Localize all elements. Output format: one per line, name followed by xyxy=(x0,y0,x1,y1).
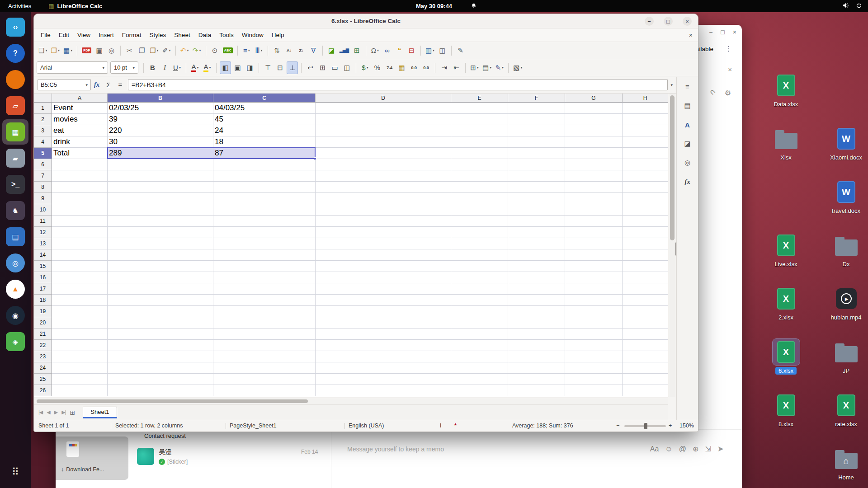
cell-G2[interactable] xyxy=(565,114,623,125)
cell-F2[interactable] xyxy=(508,114,565,125)
cell-F6[interactable] xyxy=(508,159,565,170)
cell-H7[interactable] xyxy=(623,170,668,182)
cell-A8[interactable] xyxy=(52,182,108,193)
cell-A21[interactable] xyxy=(52,328,108,340)
cell-D12[interactable] xyxy=(316,227,451,238)
cell-F16[interactable] xyxy=(508,272,565,283)
cell-E1[interactable] xyxy=(451,103,508,114)
sum-button[interactable]: Σ xyxy=(103,81,114,89)
cell-B21[interactable] xyxy=(108,328,213,340)
cell-H15[interactable] xyxy=(623,261,668,272)
row-header-10[interactable]: 10 xyxy=(34,204,52,216)
cell-E18[interactable] xyxy=(451,295,508,306)
row-header-6[interactable]: 6 xyxy=(34,159,52,170)
cell-F14[interactable] xyxy=(508,249,565,261)
desktop-icon-home[interactable]: ⌂Home xyxy=(816,446,868,483)
headers-footers-button[interactable]: ⊟ xyxy=(406,44,417,57)
cell-E17[interactable] xyxy=(451,283,508,295)
cell-H1[interactable] xyxy=(623,103,668,114)
cell-B10[interactable] xyxy=(108,204,213,216)
borders-button[interactable]: ⊞▾ xyxy=(469,61,480,74)
cell-A18[interactable] xyxy=(52,295,108,306)
row-header-26[interactable]: 26 xyxy=(34,385,52,396)
cell-E13[interactable] xyxy=(451,238,508,249)
cell-H19[interactable] xyxy=(623,306,668,317)
row-header-23[interactable]: 23 xyxy=(34,351,52,362)
cell-B22[interactable] xyxy=(108,340,213,351)
dock-item-terminal[interactable]: >_ xyxy=(2,172,28,197)
cell-F20[interactable] xyxy=(508,317,565,328)
show-draw-functions-button[interactable]: ✎ xyxy=(455,44,466,57)
cell-B11[interactable] xyxy=(108,216,213,227)
cell-E11[interactable] xyxy=(451,216,508,227)
cell-C12[interactable] xyxy=(213,227,316,238)
power-icon[interactable] xyxy=(856,3,862,9)
first-sheet-button[interactable]: |◀ xyxy=(38,409,42,415)
font-size-combo[interactable]: 10 pt▾ xyxy=(110,61,138,74)
dock-item-impress[interactable]: ▱ xyxy=(2,93,28,118)
name-box[interactable]: B5:C5▾ xyxy=(38,79,91,90)
cell-B19[interactable] xyxy=(108,306,213,317)
cell-G21[interactable] xyxy=(565,328,623,340)
sidebar-settings-icon[interactable]: ≡ xyxy=(680,80,695,93)
row-header-3[interactable]: 3 xyxy=(34,125,52,136)
cell-A9[interactable] xyxy=(52,193,108,204)
insert-row-button[interactable]: ≡▾ xyxy=(241,44,252,57)
select-all-corner[interactable] xyxy=(34,94,52,103)
cell-H16[interactable] xyxy=(623,272,668,283)
cell-H18[interactable] xyxy=(623,295,668,306)
cell-C15[interactable] xyxy=(213,261,316,272)
unmerge-cells-button[interactable]: ◫ xyxy=(341,61,353,74)
cell-H25[interactable] xyxy=(623,374,668,385)
cell-G6[interactable] xyxy=(565,159,623,170)
cell-E19[interactable] xyxy=(451,306,508,317)
cell-C4[interactable]: 18 xyxy=(213,136,316,148)
cell-G25[interactable] xyxy=(565,374,623,385)
cell-G20[interactable] xyxy=(565,317,623,328)
row-header-13[interactable]: 13 xyxy=(34,238,52,249)
cell-H21[interactable] xyxy=(623,328,668,340)
cell-B2[interactable]: 39 xyxy=(108,114,213,125)
chat-list-item[interactable]: 吴漫 ✓ [Sticker] Feb 14 xyxy=(56,443,331,476)
cell-E15[interactable] xyxy=(451,261,508,272)
cell-H13[interactable] xyxy=(623,238,668,249)
cell-D15[interactable] xyxy=(316,261,451,272)
cell-B14[interactable] xyxy=(108,249,213,261)
special-character-button[interactable]: Ω▾ xyxy=(369,44,381,57)
dock-item-help[interactable]: ? xyxy=(2,41,28,66)
row-header-15[interactable]: 15 xyxy=(34,261,52,272)
cell-D9[interactable] xyxy=(316,193,451,204)
cell-G12[interactable] xyxy=(565,227,623,238)
delete-decimal-button[interactable]: 0.0 xyxy=(420,61,432,74)
chat-settings-icon[interactable]: ⚙ xyxy=(725,89,731,97)
insert-image-button[interactable]: ◪ xyxy=(326,44,337,57)
sort-descending-button[interactable]: Z↓ xyxy=(296,44,307,57)
cell-B24[interactable] xyxy=(108,362,213,374)
cell-C13[interactable] xyxy=(213,238,316,249)
cell-D7[interactable] xyxy=(316,170,451,182)
cell-E23[interactable] xyxy=(451,351,508,362)
cell-D22[interactable] xyxy=(316,340,451,351)
column-header-H[interactable]: H xyxy=(623,94,668,103)
cell-F11[interactable] xyxy=(508,216,565,227)
cell-D24[interactable] xyxy=(316,362,451,374)
mention-button[interactable]: @ xyxy=(679,445,686,453)
italic-button[interactable]: I xyxy=(159,61,170,74)
cell-H17[interactable] xyxy=(623,283,668,295)
cell-F8[interactable] xyxy=(508,182,565,193)
row-header-1[interactable]: 1 xyxy=(34,103,52,114)
zoom-slider-thumb[interactable] xyxy=(644,423,647,429)
vertical-scroll-thumb[interactable] xyxy=(670,95,675,240)
cell-A23[interactable] xyxy=(52,351,108,362)
column-header-A[interactable]: A xyxy=(52,94,108,103)
border-style-button[interactable]: ▤▾ xyxy=(481,61,493,74)
formula-input[interactable]: =B2+B3+B4 xyxy=(128,79,668,90)
horizontal-scrollbar[interactable] xyxy=(34,398,668,404)
cell-E25[interactable] xyxy=(451,374,508,385)
paperclip-icon[interactable]: ∪ xyxy=(708,88,718,98)
row-header-12[interactable]: 12 xyxy=(34,227,52,238)
spelling-button[interactable]: ABC xyxy=(222,44,234,57)
activities-button[interactable]: Activities xyxy=(8,3,31,9)
cell-F19[interactable] xyxy=(508,306,565,317)
cell-H22[interactable] xyxy=(623,340,668,351)
